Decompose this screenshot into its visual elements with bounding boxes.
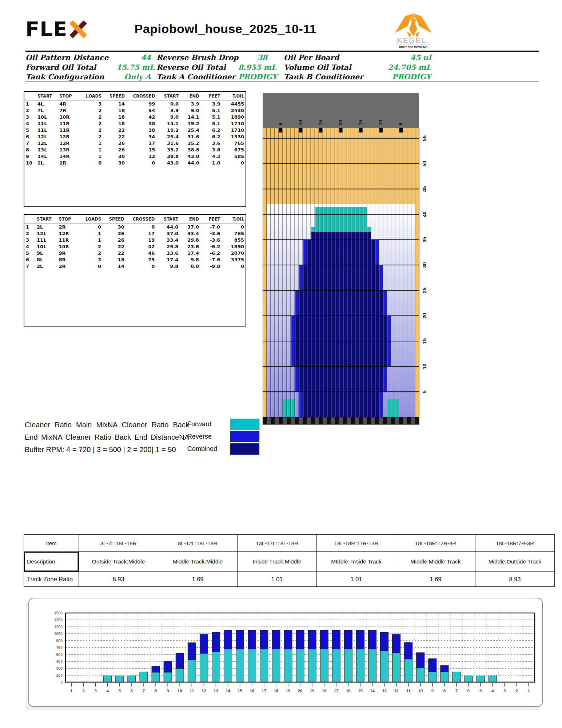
y-axis-label: 300: [56, 666, 63, 670]
table-cell: 10: [24, 159, 36, 166]
spacer: [267, 63, 284, 73]
bar-reverse: [260, 630, 268, 649]
table-cell: 22: [103, 250, 126, 256]
table-cell: 44.0: [180, 159, 201, 166]
table-cell: 33.4: [156, 237, 180, 243]
x-axis-label: 10: [178, 689, 182, 693]
table-cell: 11L: [36, 127, 58, 133]
bar-reverse: [176, 653, 184, 668]
table-cell: 9: [24, 153, 36, 159]
legend-swatch: [230, 431, 259, 442]
x-axis-label: 7: [455, 689, 458, 693]
board-number-label: 15: [358, 120, 363, 125]
table-cell: 2: [24, 107, 36, 114]
table-cell: 17: [126, 230, 156, 237]
x-axis-label: 12: [202, 689, 206, 693]
table-cell: 30: [103, 223, 126, 230]
board-number-label: 15: [318, 120, 323, 125]
pattern-info-value: 45 ul: [362, 53, 431, 63]
table-cell: 14.1: [156, 120, 180, 127]
table-cell: 8L: [35, 256, 57, 263]
table-cell: 2L: [35, 263, 57, 269]
bar-reverse: [296, 630, 304, 649]
table-cell: 18: [103, 107, 126, 114]
flex-letter: F: [25, 19, 40, 39]
table-cell: 8R: [57, 256, 80, 263]
x-axis-label: 9: [431, 689, 434, 693]
x-axis-label: 3: [503, 689, 506, 693]
distance-label: 55: [422, 135, 427, 141]
board-number-label: 20: [338, 120, 343, 125]
zone-cell: Middle Track:Middle: [158, 552, 238, 572]
table-cell: 34: [126, 133, 156, 140]
table-cell: 2: [81, 107, 103, 114]
bar-forward: [188, 660, 196, 682]
table-row: 212L12R1261737.033.4-3.6765: [24, 230, 246, 237]
table-cell: 11R: [58, 127, 81, 133]
bar-forward: [392, 653, 400, 682]
bar-reverse: [308, 630, 316, 649]
table-cell: 4455: [222, 100, 246, 107]
board-tick: [319, 128, 322, 132]
table-cell: 5.1: [201, 107, 222, 114]
table-cell: 13: [126, 153, 156, 159]
table-cell: 22: [103, 133, 126, 140]
zone-column-header: 3L-7L:18L-18R: [79, 535, 158, 552]
table-cell: 0: [222, 223, 246, 230]
legend-label: Reverse: [187, 433, 230, 440]
column-header: FEET: [200, 216, 222, 223]
svg-text:BUILT FOR BOWLING: BUILT FOR BOWLING: [399, 46, 427, 49]
bar-reverse: [332, 630, 340, 649]
bar-forward: [176, 668, 184, 682]
table-cell: 22: [103, 243, 126, 250]
table-cell: 54: [126, 107, 156, 114]
legend-item: Reverse: [187, 430, 259, 443]
x-axis-label: 15: [358, 689, 363, 693]
legend-swatch: [230, 419, 259, 430]
pattern-info-value: PRODIGY: [362, 72, 431, 82]
table-cell: 43.0: [156, 159, 180, 166]
table-cell: 7: [24, 263, 35, 269]
table-row: 511L11R2223819.225.46.21710: [24, 127, 246, 133]
table-cell: 3.9: [180, 100, 201, 107]
bar-forward: [308, 649, 316, 682]
column-header: [24, 216, 35, 223]
table-cell: 675: [222, 146, 246, 153]
zone-column-header: 8L-12L:18L-18R: [158, 535, 238, 552]
oil-region-forward: [315, 207, 367, 232]
flex-x-icon: [69, 19, 88, 39]
table-row: 410L10R2224229.823.6-6.21890: [24, 243, 246, 250]
table-cell: 2: [81, 133, 103, 140]
table-cell: 12R: [58, 133, 81, 140]
table-row: 68L8R3187517.49.8-7.63375: [24, 256, 246, 263]
zone-cell: 1.01: [317, 572, 396, 587]
bar-forward: [260, 649, 268, 682]
table-cell: -6.2: [200, 250, 222, 256]
table-cell: 10L: [36, 114, 58, 120]
bar-forward: [356, 649, 364, 682]
distance-label: 20: [422, 313, 427, 318]
table-cell: 4: [24, 243, 35, 250]
board-number-label: 5: [278, 123, 283, 125]
bar-forward: [453, 672, 461, 682]
table-cell: 1890: [222, 243, 246, 250]
column-header: LOADS: [80, 216, 103, 223]
table-cell: 2: [81, 120, 103, 127]
bar-reverse: [416, 653, 425, 668]
table-cell: 11L: [36, 120, 58, 127]
bar-reverse: [404, 642, 412, 659]
page-title: Papiobowl_house_2025_10-11: [91, 22, 360, 36]
bar-reverse: [272, 630, 280, 649]
table-cell: 1: [80, 230, 103, 237]
table-cell: 6: [24, 133, 36, 140]
table-row: 914L14R1301338.843.04.2585: [24, 153, 246, 159]
table-cell: 6: [24, 256, 35, 263]
table-cell: 7R: [58, 107, 81, 114]
table-cell: 30: [103, 159, 126, 166]
table-cell: 26: [103, 230, 126, 237]
table-cell: 2: [80, 243, 103, 250]
table-cell: 42: [126, 114, 156, 120]
column-header: CROSSED: [126, 216, 156, 223]
zone-cell: 1.01: [238, 572, 317, 587]
legend-label: Forward: [187, 420, 230, 428]
